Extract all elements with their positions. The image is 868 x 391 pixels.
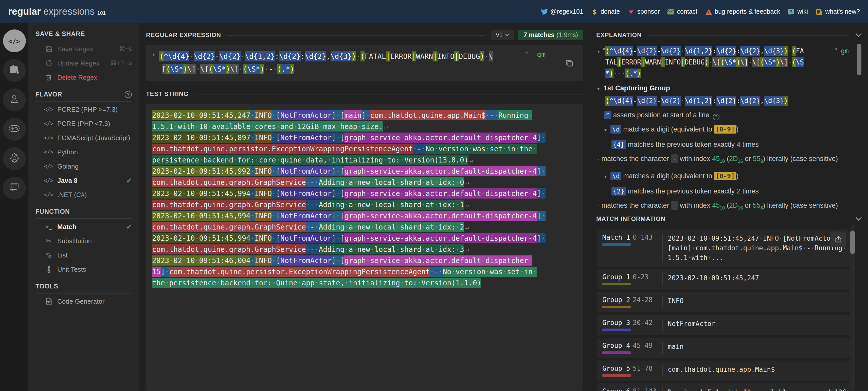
regex-header-row: REGULAR EXPRESSION v1 7 matches(1.9ms)	[146, 29, 583, 40]
match-label-cell: Group 6	[597, 387, 633, 391]
test-string-line: com.thatdot.quine.graph.GraphService·-·A…	[152, 177, 577, 188]
group-color-bar	[602, 329, 631, 331]
header-links: @regex101$donate♥sponsorcontactbug repor…	[541, 8, 860, 15]
warning-icon	[705, 8, 712, 15]
codetag-icon: </>	[44, 163, 53, 169]
scissors-icon: ✂	[44, 237, 53, 245]
sidebar: SAVE & SHARESave Regex⌘+sUpdate Regex⌘+⇧…	[28, 23, 139, 391]
sidebar-item-update-regex: Update Regex⌘+⇧+s	[35, 56, 132, 69]
explanation-regex: ▾""gm(^\d{4}-\d{2}-\d{2}·\d{1,2}:\d{2}:\…	[597, 46, 849, 79]
sidebar-item-python[interactable]: </>Python	[35, 145, 132, 159]
rail-library-button[interactable]	[3, 59, 26, 82]
rail-code-button[interactable]: </>	[3, 29, 26, 52]
sidebar-item-save-regex: Save Regex⌘+s	[35, 42, 132, 55]
match-info-scrollbar[interactable]	[850, 230, 855, 254]
match-info-row-match-1: Match 10-1432023-02-10·09:51:45,247·INFO…	[597, 229, 853, 267]
sidebar-item-code-generator[interactable]: <>Code Generator	[35, 295, 132, 308]
sidebar-item--net-c-[interactable]: </>.NET (C#)	[35, 188, 132, 201]
sidebar-item-substitution[interactable]: ✂Substitution	[35, 234, 132, 247]
collapse-explanation-button[interactable]	[855, 33, 862, 37]
trash-icon	[44, 74, 53, 81]
match-info-row-group-2: Group 224-28INFO	[597, 292, 853, 312]
collapse-match-info-button[interactable]	[855, 217, 862, 221]
explanation-body: ▾""gm(^\d{4}-\d{2}-\d{2}·\d{1,2}:\d{2}:\…	[596, 40, 862, 213]
match-label-cell: Group 1	[597, 273, 633, 285]
match-value-cell: NotFromActor	[662, 319, 853, 331]
logo-word-101: 101	[97, 10, 106, 16]
svg-text:?: ?	[790, 9, 793, 13]
test-string-line: 2023-02-10·09:51:45,994·INFO·[NotFromAct…	[152, 188, 577, 199]
match-range-cell: 24-28	[633, 296, 662, 308]
match-range-cell: 81-143	[633, 387, 662, 391]
test-string-title: TEST STRING	[146, 90, 189, 97]
library-icon	[9, 64, 19, 76]
sidebar-section-tools: TOOLS	[35, 283, 132, 294]
divider	[672, 219, 849, 219]
sidebar-item-unit-tests[interactable]: Unit Tests	[35, 262, 132, 276]
divider	[227, 35, 486, 35]
header-link-label: bug reports & feedback	[715, 8, 780, 15]
copy-icon	[565, 59, 573, 67]
version-label: v1	[496, 31, 503, 38]
header-link-wiki[interactable]: ?wiki	[788, 8, 808, 15]
header-link-contact[interactable]: contact	[667, 8, 698, 15]
app-shell: </> SAVE & SHARESave Regex⌘+sUpdate Rege…	[0, 23, 868, 391]
match-range-cell: 0-23	[633, 273, 662, 285]
test-string-line: 2023-02-10·09:51:45,992·INFO·[NotFromAct…	[152, 166, 577, 177]
match-value-cell: 2023-02-10·09:51:45,247	[662, 273, 853, 285]
sidebar-item-list[interactable]: List	[35, 248, 132, 261]
copy-regex-button[interactable]	[555, 45, 583, 81]
match-count: 7 matches	[524, 31, 554, 38]
explanation-item: ^ asserts position at start of a line ?	[597, 110, 849, 120]
explanation-group-header[interactable]: ▾ 1st Capturing Group	[597, 83, 849, 94]
rail-chat-button[interactable]	[3, 177, 26, 200]
chat-icon	[9, 183, 19, 193]
header-link-bug-reports-feedback[interactable]: bug reports & feedback	[705, 8, 780, 15]
codetag-icon: </>	[44, 120, 53, 127]
match-value-cell: main	[662, 342, 853, 354]
version-dropdown[interactable]: v1	[492, 30, 514, 40]
item-label: PCRE (PHP <7.3)	[57, 119, 110, 127]
check-icon: ✓	[126, 176, 132, 184]
rail-gear-button[interactable]	[3, 147, 26, 170]
header-link-label: wiki	[798, 8, 808, 15]
match-range-cell: 30-42	[633, 319, 662, 331]
site-logo[interactable]: regular expressions 101	[8, 6, 106, 17]
news-icon	[815, 8, 823, 15]
flavor-help-icon[interactable]: ?	[125, 91, 132, 98]
test-string-line: 2023-02-10·09:51:45,994·INFO·[NotFromAct…	[152, 232, 577, 244]
rail-gamepad-button[interactable]	[3, 118, 26, 141]
regex-flags[interactable]: " gm	[525, 50, 546, 58]
filecode-icon: <>	[44, 298, 53, 305]
explanation-header-row: EXPLANATION	[596, 29, 862, 40]
chevron-down-icon	[855, 33, 862, 37]
explanation-scrollbar[interactable]	[857, 44, 861, 75]
sidebar-item-golang[interactable]: </>Golang	[35, 160, 132, 173]
export-matches-button[interactable]	[831, 231, 846, 247]
rail-user-button[interactable]	[3, 88, 26, 111]
test-string-editor[interactable]: 2023-02-10·09:51:45,247·INFO·[NotFromAct…	[146, 104, 583, 391]
export-icon	[834, 235, 842, 243]
sidebar-item-match[interactable]: >_Match✓	[35, 220, 132, 233]
header-link-sponsor[interactable]: ♥sponsor	[627, 8, 660, 15]
item-label: Update Regex	[57, 59, 99, 67]
sidebar-item-pcre-php-7-3-[interactable]: </>PCRE (PHP <7.3)	[35, 117, 132, 130]
sidebar-section-flavor: FLAVOR?	[35, 91, 132, 102]
check-icon: ✓	[126, 223, 132, 230]
match-info-body: Match 10-1432023-02-10·09:51:45,247·INFO…	[596, 224, 862, 391]
sidebar-item-java-8[interactable]: </>Java 8✓	[35, 174, 132, 187]
right-column: EXPLANATION ▾""gm(^\d{4}-\d{2}-\d{2}·\d{…	[590, 23, 868, 391]
sidebar-item-delete-regex[interactable]: Delete Regex	[35, 71, 132, 84]
match-info-row-group-6: Group 681-143Running·1.5.1·with·10·avail…	[597, 383, 853, 391]
header-link--regex101[interactable]: @regex101	[541, 8, 583, 15]
test-string-line: 2023-02-10·09:51:45,897·INFO·[NotFromAct…	[152, 132, 577, 143]
sidebar-item-ecmascript-javascript-[interactable]: </>ECMAScript (JavaScript)	[35, 131, 132, 144]
regex-input[interactable]: "(^\d{4}-\d{2}-\d{2}·\d{1,2}:\d{2}:\d{2}…	[146, 45, 583, 81]
explanation-item: ▾ \d matches a digit (equivalent to [0-9…	[597, 170, 849, 182]
header-link-what-s-new-[interactable]: what's new?	[815, 8, 860, 15]
header-link-label: what's new?	[825, 8, 860, 15]
chevron-down-icon	[855, 217, 862, 221]
explanation-item: ▾ \d matches a digit (equivalent to [0-9…	[597, 124, 849, 136]
sidebar-item-pcre2-php-7-3-[interactable]: </>PCRE2 (PHP >=7.3)	[35, 103, 132, 116]
header-link-donate[interactable]: $donate	[591, 8, 620, 15]
